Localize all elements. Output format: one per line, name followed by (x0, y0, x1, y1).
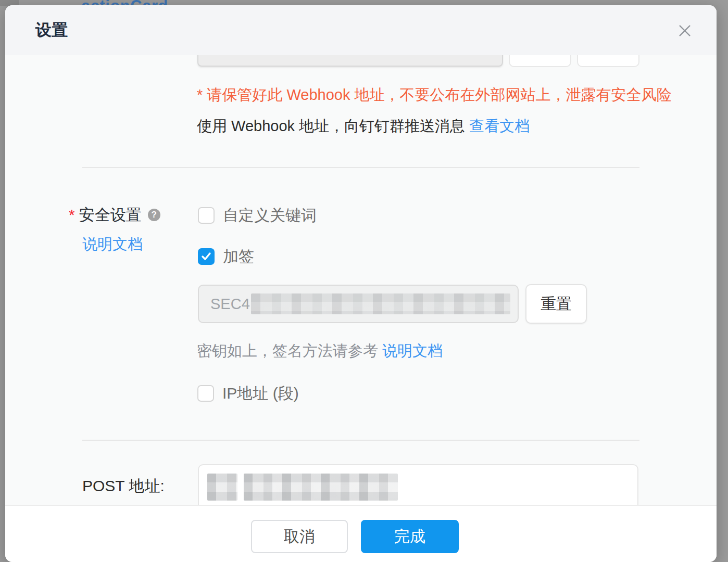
dialog-body: * 请保管好此 Webhook 地址，不要公布在外部网站上，泄露有安全风险 使用… (5, 55, 717, 505)
sign-note-text: 密钥如上，签名方法请参考 (197, 342, 382, 359)
partial-button-left[interactable] (509, 55, 571, 67)
help-icon[interactable]: ? (148, 209, 160, 221)
check-icon (201, 251, 211, 262)
partial-button-right[interactable] (577, 55, 639, 67)
page: actionCard 设置 * 请保管好此 Webhook 地址，不要公布在外部… (0, 0, 728, 562)
security-settings-label: * 安全设置 ? (69, 205, 160, 225)
redacted-secret-blur (251, 293, 510, 314)
section-divider (82, 440, 639, 441)
view-doc-link[interactable]: 查看文档 (469, 118, 530, 134)
sign-secret-input[interactable]: SEC4 (198, 285, 519, 323)
checkbox-row-custom-keyword[interactable]: 自定义关键词 (198, 207, 317, 224)
close-icon (678, 24, 692, 37)
section-divider (82, 167, 639, 168)
redacted-address-blur (207, 474, 237, 501)
sign-key-note: 密钥如上，签名方法请参考 说明文档 (197, 340, 443, 361)
checkbox-row-ip[interactable]: IP地址 (段) (197, 385, 299, 402)
post-address-input[interactable] (198, 464, 638, 505)
custom-keyword-label: 自定义关键词 (223, 207, 317, 224)
sign-secret-prefix: SEC4 (210, 296, 250, 313)
ip-checkbox[interactable] (197, 385, 214, 402)
settings-dialog: 设置 * 请保管好此 Webhook 地址，不要公布在外部网站上，泄露有安全风险… (5, 5, 717, 562)
webhook-warning: * 请保管好此 Webhook 地址，不要公布在外部网站上，泄露有安全风险 (197, 84, 671, 105)
custom-keyword-checkbox[interactable] (198, 207, 215, 224)
usage-text: 使用 Webhook 地址，向钉钉群推送消息 (197, 118, 469, 134)
dialog-footer: 取消 完成 (5, 505, 717, 562)
sign-checkbox[interactable] (198, 248, 215, 265)
security-doc-link[interactable]: 说明文档 (82, 234, 143, 254)
webhook-usage: 使用 Webhook 地址，向钉钉群推送消息 查看文档 (197, 116, 530, 136)
ip-label: IP地址 (段) (222, 385, 299, 402)
webhook-url-input-partial[interactable] (197, 55, 503, 67)
redacted-address-blur (244, 474, 398, 501)
dialog-header: 设置 (5, 5, 717, 55)
confirm-button[interactable]: 完成 (361, 520, 459, 553)
post-address-label: POST 地址: (82, 476, 165, 496)
cancel-button[interactable]: 取消 (251, 520, 348, 553)
close-button[interactable] (676, 22, 694, 40)
sign-label: 加签 (223, 248, 254, 265)
reset-button[interactable]: 重置 (525, 284, 587, 324)
security-label-text: 安全设置 (79, 205, 142, 225)
sign-doc-link[interactable]: 说明文档 (382, 342, 443, 359)
dialog-title: 设置 (35, 20, 68, 41)
checkbox-row-sign[interactable]: 加签 (198, 248, 254, 265)
required-asterisk: * (69, 205, 75, 225)
